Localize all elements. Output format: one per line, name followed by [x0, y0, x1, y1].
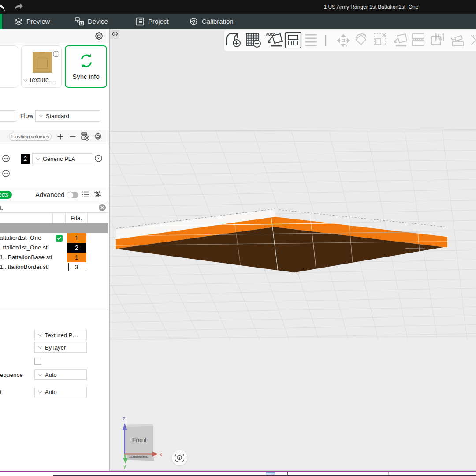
svg-text:Front: Front: [132, 436, 147, 443]
svg-text:z: z: [123, 416, 125, 422]
svg-text:x: x: [160, 451, 163, 457]
svg-text:AUTO: AUTO: [266, 33, 276, 37]
svg-text:i: i: [56, 52, 57, 56]
svg-text:y: y: [123, 463, 126, 469]
svg-text:Bottom: Bottom: [130, 455, 147, 458]
